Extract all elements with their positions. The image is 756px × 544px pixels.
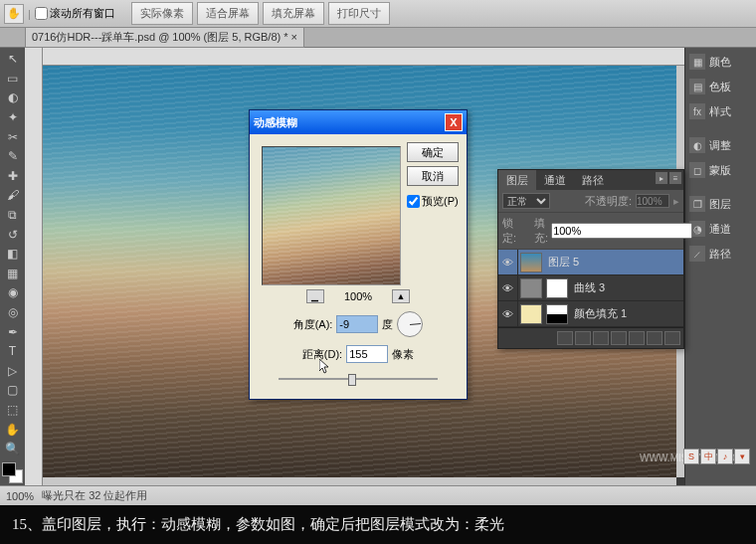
close-icon[interactable]: X <box>445 113 463 131</box>
mask-icon: ◻ <box>689 162 705 178</box>
dock-styles[interactable]: fx样式 <box>687 99 754 123</box>
zoom-in-button[interactable]: ▲ <box>392 289 410 303</box>
trash-icon[interactable] <box>664 331 680 345</box>
status-info: 曝光只在 32 位起作用 <box>42 488 147 503</box>
angle-input[interactable] <box>336 315 378 333</box>
heal-tool-icon[interactable]: ✚ <box>2 167 23 186</box>
hand-tool-icon[interactable]: ✋ <box>4 4 24 24</box>
scrollbar-horizontal[interactable] <box>43 477 676 485</box>
lasso-tool-icon[interactable]: ◐ <box>2 89 23 107</box>
opacity-chevron-icon[interactable]: ▸ <box>673 195 679 208</box>
scroll-all-checkbox[interactable]: 滚动所有窗口 <box>35 6 115 21</box>
dodge-tool-icon[interactable]: ◎ <box>2 303 23 322</box>
tab-layers[interactable]: 图层 <box>498 170 536 190</box>
preview-checkbox[interactable]: 预览(P) <box>407 194 459 209</box>
layer-thumbnail[interactable] <box>520 278 542 298</box>
pen-tool-icon[interactable]: ✒ <box>2 322 23 341</box>
layer-name[interactable]: 曲线 3 <box>570 280 683 295</box>
dock-paths[interactable]: ⟋路径 <box>687 242 754 266</box>
fx-icon[interactable] <box>575 331 591 345</box>
visibility-icon[interactable]: 👁 <box>498 275 518 300</box>
layer-name[interactable]: 颜色填充 1 <box>570 306 683 321</box>
document-tabbar: 0716仿HDR---踩单车.psd @ 100% (图层 5, RGB/8) … <box>0 28 756 48</box>
dock-layers[interactable]: ❐图层 <box>687 192 754 216</box>
dock-swatches[interactable]: ▤色板 <box>687 75 754 98</box>
new-layer-icon[interactable] <box>647 331 662 345</box>
distance-slider[interactable] <box>279 371 438 387</box>
visibility-icon[interactable]: 👁 <box>498 301 518 326</box>
blend-mode-select[interactable]: 正常 <box>502 193 550 209</box>
actual-pixels-button[interactable]: 实际像素 <box>131 2 193 25</box>
wand-tool-icon[interactable]: ✦ <box>2 108 23 127</box>
toolbox: ↖ ▭ ◐ ✦ ✂ ✎ ✚ 🖌 ⧉ ↺ ◧ ▦ ◉ ◎ ✒ T ▷ ▢ ⬚ ✋ … <box>0 48 25 485</box>
visibility-icon[interactable]: 👁 <box>498 250 518 274</box>
3d-tool-icon[interactable]: ⬚ <box>2 401 23 420</box>
print-size-button[interactable]: 打印尺寸 <box>328 2 390 25</box>
ruler-vertical <box>25 48 43 485</box>
crop-tool-icon[interactable]: ✂ <box>2 127 23 146</box>
ime-bar[interactable]: S中♪▾ <box>683 449 750 464</box>
dialog-title: 动感模糊 <box>254 115 297 130</box>
marquee-tool-icon[interactable]: ▭ <box>2 70 23 89</box>
dialog-titlebar[interactable]: 动感模糊 X <box>250 110 467 134</box>
fill-input[interactable] <box>551 223 692 239</box>
options-bar: ✋ | 滚动所有窗口 实际像素 适合屏幕 填充屏幕 打印尺寸 <box>0 0 756 28</box>
blur-preview[interactable] <box>262 146 401 285</box>
motion-blur-dialog: 动感模糊 X 确定 取消 预览(P) ▁ 100% ▲ 角度(A): 度 <box>249 109 468 400</box>
hand-nav-icon[interactable]: ✋ <box>2 420 23 439</box>
distance-input[interactable] <box>346 345 388 363</box>
fit-screen-button[interactable]: 适合屏幕 <box>197 2 259 25</box>
shape-tool-icon[interactable]: ▢ <box>2 381 23 400</box>
cancel-button[interactable]: 取消 <box>407 166 459 186</box>
dock-mask[interactable]: ◻蒙版 <box>687 158 754 182</box>
layer-row[interactable]: 👁 颜色填充 1 <box>498 301 683 327</box>
brush-tool-icon[interactable]: 🖌 <box>2 186 23 205</box>
zoom-tool-icon[interactable]: 🔍 <box>2 440 23 458</box>
layer-list: 👁 图层 5 👁 曲线 3 👁 颜色填充 1 <box>498 250 683 327</box>
photoshop-app: ✋ | 滚动所有窗口 实际像素 适合屏幕 填充屏幕 打印尺寸 0716仿HDR-… <box>0 0 756 505</box>
swatches-icon: ▤ <box>689 79 705 94</box>
history-brush-icon[interactable]: ↺ <box>2 225 23 244</box>
link-layers-icon[interactable] <box>557 331 573 345</box>
opacity-input[interactable] <box>636 194 669 208</box>
distance-label: 距离(D): <box>302 347 342 362</box>
tab-channels[interactable]: 通道 <box>536 170 574 190</box>
layer-mask-thumbnail[interactable] <box>546 278 568 298</box>
color-swatch[interactable] <box>2 462 23 483</box>
layer-name[interactable]: 图层 5 <box>544 255 683 270</box>
layer-mask-thumbnail[interactable] <box>546 304 568 324</box>
document-tab[interactable]: 0716仿HDR---踩单车.psd @ 100% (图层 5, RGB/8) … <box>25 27 304 48</box>
layer-row[interactable]: 👁 图层 5 <box>498 250 683 275</box>
path-tool-icon[interactable]: ▷ <box>2 362 23 381</box>
layer-thumbnail[interactable] <box>520 253 542 272</box>
close-tab-icon[interactable]: × <box>291 31 297 43</box>
adjustment-icon[interactable] <box>611 331 627 345</box>
status-zoom[interactable]: 100% <box>6 490 34 502</box>
blur-tool-icon[interactable]: ◉ <box>2 283 23 302</box>
zoom-out-button[interactable]: ▁ <box>306 289 324 303</box>
stamp-tool-icon[interactable]: ⧉ <box>2 206 23 225</box>
angle-dial[interactable] <box>397 311 423 337</box>
styles-icon: fx <box>689 103 705 119</box>
status-bar: 100% 曝光只在 32 位起作用 <box>0 485 756 505</box>
tab-paths[interactable]: 路径 <box>574 170 612 190</box>
ok-button[interactable]: 确定 <box>407 142 459 162</box>
eraser-tool-icon[interactable]: ◧ <box>2 245 23 264</box>
dock-adjust[interactable]: ◐调整 <box>687 133 754 157</box>
layer-thumbnail[interactable] <box>520 304 542 324</box>
layer-row[interactable]: 👁 曲线 3 <box>498 275 683 301</box>
adjust-icon: ◐ <box>689 137 705 153</box>
gradient-tool-icon[interactable]: ▦ <box>2 265 23 283</box>
eyedropper-tool-icon[interactable]: ✎ <box>2 147 23 166</box>
panel-menu-icon[interactable]: ≡ <box>669 172 681 184</box>
mask-add-icon[interactable] <box>593 331 609 345</box>
group-icon[interactable] <box>629 331 645 345</box>
panel-collapse-icon[interactable]: ▸ <box>656 172 667 184</box>
dock-color[interactable]: ▦颜色 <box>687 50 754 74</box>
layers-panel: 图层 通道 路径 ▸≡ 正常 不透明度: ▸ 锁定: 填充: ▸ 👁 <box>497 169 684 349</box>
type-tool-icon[interactable]: T <box>2 342 23 361</box>
angle-label: 角度(A): <box>293 317 333 332</box>
move-tool-icon[interactable]: ↖ <box>2 50 23 69</box>
fill-screen-button[interactable]: 填充屏幕 <box>263 2 324 25</box>
layers-dock-icon: ❐ <box>689 196 705 212</box>
